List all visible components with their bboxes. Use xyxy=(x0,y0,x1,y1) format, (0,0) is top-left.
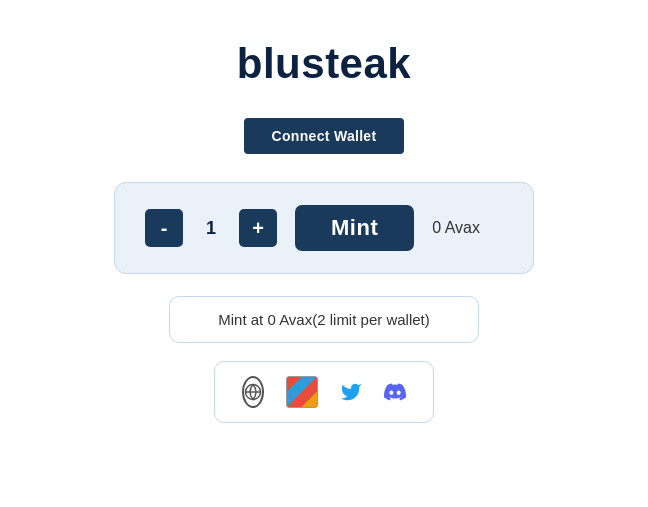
increment-button[interactable]: + xyxy=(239,209,277,247)
decrement-button[interactable]: - xyxy=(145,209,183,247)
info-text: Mint at 0 Avax(2 limit per wallet) xyxy=(218,311,429,328)
website-icon[interactable] xyxy=(242,376,264,408)
price-display: 0 Avax xyxy=(432,219,480,237)
discord-icon[interactable] xyxy=(384,376,406,408)
count-display: 1 xyxy=(201,218,221,239)
info-card: Mint at 0 Avax(2 limit per wallet) xyxy=(169,296,479,343)
twitter-icon[interactable] xyxy=(340,376,362,408)
mint-card: - 1 + Mint 0 Avax xyxy=(114,182,534,274)
gallery-icon[interactable] xyxy=(286,376,318,408)
app-title: blusteak xyxy=(237,40,411,88)
social-card xyxy=(214,361,434,423)
mint-button[interactable]: Mint xyxy=(295,205,414,251)
connect-wallet-button[interactable]: Connect Wallet xyxy=(244,118,405,154)
